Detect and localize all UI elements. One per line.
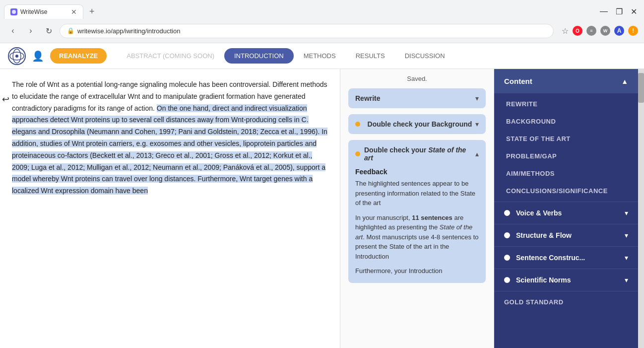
feedback-title: Feedback bbox=[355, 168, 479, 176]
doc-text-highlighted: On the one hand, direct and indirect vis… bbox=[12, 104, 327, 195]
background-card: Double check your Background ▾ bbox=[348, 114, 486, 134]
url-bar[interactable]: 🔒 writewise.io/app/iwriting/introduction bbox=[60, 24, 554, 38]
profile-a-icon[interactable]: A bbox=[614, 26, 624, 36]
sidebar-item-problem-gap[interactable]: PROBLEM/GAP bbox=[494, 147, 638, 165]
document-text: The role of Wnt as a potential long-rang… bbox=[12, 79, 328, 197]
rewrite-card-title: Rewrite bbox=[355, 94, 381, 102]
svg-point-4 bbox=[15, 55, 18, 58]
state-art-dot bbox=[355, 151, 360, 156]
address-bar: ‹ › ↻ 🔒 writewise.io/app/iwriting/introd… bbox=[0, 19, 644, 43]
close-button[interactable]: ✕ bbox=[628, 6, 640, 17]
refresh-button[interactable]: ↻ bbox=[42, 24, 56, 38]
app: 👤 REANALYZE ABSTRACT (COMING SOON) INTRO… bbox=[0, 43, 644, 348]
tab-close-button[interactable]: ✕ bbox=[71, 8, 77, 16]
voice-verbs-dot bbox=[504, 210, 510, 216]
feedback-paragraph3: Furthermore, your Introduction bbox=[355, 266, 479, 276]
maximize-button[interactable]: ❐ bbox=[613, 6, 626, 17]
tab-results[interactable]: RESULTS bbox=[346, 48, 395, 64]
minimize-button[interactable]: — bbox=[597, 6, 611, 17]
sentence-construc-dot bbox=[504, 255, 510, 261]
logo-icon bbox=[8, 47, 26, 65]
structure-flow-dot bbox=[504, 232, 510, 238]
reanalyze-button[interactable]: REANALYZE bbox=[50, 48, 107, 64]
state-art-card: Double check your State of the art ▴ Fee… bbox=[348, 140, 486, 283]
tab-methods[interactable]: METHODS bbox=[294, 48, 346, 64]
background-dot bbox=[355, 122, 360, 127]
content-section-header[interactable]: Content ▲ bbox=[494, 69, 638, 93]
document-panel: ↩ The role of Wnt as a potential long-ra… bbox=[0, 69, 340, 348]
sidebar-item-rewrite[interactable]: REWRITE bbox=[494, 95, 638, 113]
sidebar-item-background[interactable]: BACKGROUND bbox=[494, 113, 638, 130]
user-icon[interactable]: 👤 bbox=[32, 50, 44, 62]
voice-verbs-chevron: ▾ bbox=[625, 209, 628, 217]
state-art-card-title: Double check your State of the art bbox=[364, 146, 475, 162]
suggestions-panel: Saved. Rewrite ▾ Double check your Backg… bbox=[340, 69, 494, 348]
feedback-paragraph2: In your manuscript, 11 sentences are hig… bbox=[355, 213, 479, 262]
feedback-p2-prefix: In your manuscript, bbox=[355, 214, 412, 221]
nav-tabs: ABSTRACT (COMING SOON) INTRODUCTION METH… bbox=[117, 48, 454, 64]
tab-bar: WriteWise ✕ + — ❐ ✕ bbox=[0, 0, 644, 19]
tab-abstract[interactable]: ABSTRACT (COMING SOON) bbox=[117, 48, 224, 64]
state-art-title-plain: Double check your bbox=[364, 146, 428, 154]
background-card-title: Double check your Background bbox=[368, 120, 472, 128]
sidebar-item-conclusions[interactable]: CONCLUSIONS/SIGNIFICANCE bbox=[494, 182, 638, 200]
scrollbar-thumb[interactable] bbox=[638, 73, 644, 103]
logo bbox=[8, 47, 26, 65]
background-chevron: ▾ bbox=[475, 120, 479, 128]
scientific-norms-title: Scientific Norms bbox=[516, 276, 571, 284]
forward-button[interactable]: › bbox=[24, 24, 38, 38]
profile-orange-icon[interactable]: ! bbox=[628, 26, 638, 36]
rewrite-chevron: ▾ bbox=[475, 94, 479, 102]
feedback-p2-count: 11 sentences bbox=[412, 214, 452, 221]
saved-label: Saved. bbox=[348, 75, 486, 82]
sidebar-content-items: REWRITE BACKGROUND STATE OF THE ART PROB… bbox=[494, 93, 638, 202]
state-art-card-body: Feedback The highlighted sentences appea… bbox=[348, 168, 486, 283]
new-tab-button[interactable]: + bbox=[85, 4, 99, 19]
top-nav: 👤 REANALYZE ABSTRACT (COMING SOON) INTRO… bbox=[0, 43, 644, 69]
voice-verbs-title: Voice & Verbs bbox=[516, 209, 562, 217]
content-chevron: ▲ bbox=[621, 77, 628, 85]
sentence-construc-title: Sentence Construc... bbox=[516, 254, 585, 262]
rewrite-card: Rewrite ▾ bbox=[348, 88, 486, 108]
sidebar-item-state-of-art[interactable]: STATE OF THE ART bbox=[494, 130, 638, 147]
content-section-title: Content bbox=[504, 77, 532, 85]
scientific-norms-section[interactable]: Scientific Norms ▾ bbox=[494, 269, 638, 291]
structure-flow-title: Structure & Flow bbox=[516, 231, 572, 239]
sidebar-item-aim-methods[interactable]: AIM/METHODS bbox=[494, 165, 638, 182]
svg-point-0 bbox=[12, 10, 16, 14]
sidebar: Content ▲ REWRITE BACKGROUND STATE OF TH… bbox=[494, 69, 638, 348]
url-text: writewise.io/app/iwriting/introduction bbox=[77, 27, 180, 35]
rewrite-card-header[interactable]: Rewrite ▾ bbox=[348, 88, 486, 108]
structure-flow-chevron: ▾ bbox=[625, 231, 628, 239]
feedback-p2-suffix: . Most manuscripts use 4-8 sentences to … bbox=[355, 233, 479, 260]
window-controls: — ❐ ✕ bbox=[597, 6, 640, 17]
tab-introduction[interactable]: INTRODUCTION bbox=[224, 48, 294, 64]
active-tab[interactable]: WriteWise ✕ bbox=[4, 4, 83, 19]
browser-chrome: WriteWise ✕ + — ❐ ✕ ‹ › ↻ 🔒 writewise.io… bbox=[0, 0, 644, 43]
state-art-card-header[interactable]: Double check your State of the art ▴ bbox=[348, 140, 486, 168]
browser-icons: ☆ O ≡ W A ! bbox=[562, 26, 638, 36]
tab-title: WriteWise bbox=[20, 8, 47, 15]
voice-verbs-section[interactable]: Voice & Verbs ▾ bbox=[494, 202, 638, 224]
extension-icon[interactable]: ≡ bbox=[586, 26, 596, 36]
undo-button[interactable]: ↩ bbox=[2, 94, 9, 105]
sentence-construc-section[interactable]: Sentence Construc... ▾ bbox=[494, 246, 638, 269]
scientific-norms-dot bbox=[504, 277, 510, 283]
background-card-header[interactable]: Double check your Background ▾ bbox=[348, 114, 486, 134]
opera-icon[interactable]: O bbox=[573, 26, 582, 36]
sentence-construc-chevron: ▾ bbox=[625, 254, 628, 262]
content-section: Content ▲ REWRITE BACKGROUND STATE OF TH… bbox=[494, 69, 638, 202]
extension2-icon[interactable]: W bbox=[600, 26, 610, 36]
tab-favicon bbox=[10, 8, 17, 15]
back-button[interactable]: ‹ bbox=[6, 24, 20, 38]
scientific-norms-chevron: ▾ bbox=[625, 276, 628, 284]
right-scrollbar[interactable] bbox=[638, 69, 644, 348]
state-art-chevron: ▴ bbox=[475, 150, 479, 158]
structure-flow-section[interactable]: Structure & Flow ▾ bbox=[494, 224, 638, 246]
lock-icon: 🔒 bbox=[67, 27, 74, 34]
tab-discussion[interactable]: DISCUSSION bbox=[395, 48, 455, 64]
feedback-paragraph1: The highlighted sentences appear to be p… bbox=[355, 179, 479, 208]
main-content: ↩ The role of Wnt as a potential long-ra… bbox=[0, 69, 644, 348]
bookmark-icon[interactable]: ☆ bbox=[562, 26, 569, 36]
gold-standard-section[interactable]: GOLD STANDARD bbox=[494, 291, 638, 313]
